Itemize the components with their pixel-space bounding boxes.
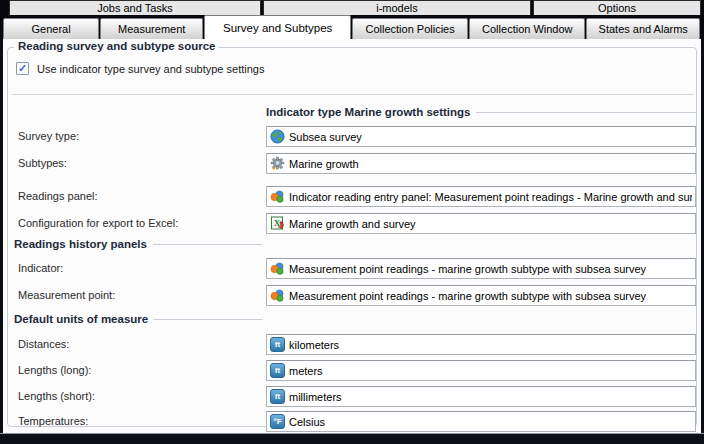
subtypes-field[interactable]: Marine growth [266,153,696,174]
section-rule [154,319,262,320]
readings-panel-label: Readings panel: [18,190,98,202]
temperatures-field[interactable]: °F Celsius [266,411,696,432]
distances-value: kilometers [289,339,339,351]
lengths-short-label: Lengths (short): [18,390,95,402]
reading-survey-groupbox: Reading survey and subtype source ✓ Use … [7,47,697,427]
section-title: Default units of measure [14,313,148,325]
tab-jobs-and-tasks[interactable]: Jobs and Tasks [9,0,261,15]
settings-dialog: Jobs and Tasks i-models Options General … [0,0,704,444]
globe-icon [270,129,285,144]
lengths-long-value: meters [289,365,323,377]
section-title: Readings history panels [14,238,147,250]
excel-config-label: Configuration for export to Excel: [18,217,178,229]
distances-field[interactable]: ft kilometers [266,334,696,355]
tab-general[interactable]: General [3,18,99,39]
lengths-long-field[interactable]: ft meters [266,360,696,381]
tab-options[interactable]: Options [533,0,701,15]
tab-content-survey-and-subtypes: Reading survey and subtype source ✓ Use … [3,39,701,433]
row-measurement-point: Measurement point: Measurement point rea… [8,285,696,306]
measurement-point-value: Measurement point readings - marine grow… [289,290,646,302]
survey-type-label: Survey type: [18,130,79,142]
spheres-icon [270,288,285,303]
readings-panel-value: Indicator reading entry panel: Measureme… [289,191,692,203]
separator-line [12,94,694,95]
readings-panel-field[interactable]: Indicator reading entry panel: Measureme… [266,186,696,207]
main-tab-bar: General Measurement Survey and Subtypes … [0,15,704,39]
excel-config-value: Marine growth and survey [289,218,416,230]
section-indicator-type-settings: Indicator type Marine growth settings [266,106,696,118]
tab-i-models[interactable]: i-models [263,0,531,15]
row-lengths-short: Lengths (short): ft millimeters [8,386,696,407]
temperature-unit-icon: °F [270,414,285,429]
measurement-point-label: Measurement point: [18,289,115,301]
survey-type-field[interactable]: Subsea survey [266,126,696,147]
excel-config-field[interactable]: X Marine growth and survey [266,213,696,234]
lengths-short-field[interactable]: ft millimeters [266,386,696,407]
tab-collection-window[interactable]: Collection Window [469,18,585,39]
temperatures-value: Celsius [289,416,325,428]
temperatures-label: Temperatures: [18,415,88,427]
subtypes-label: Subtypes: [18,157,67,169]
length-unit-icon: ft [270,337,285,352]
row-excel-config: Configuration for export to Excel: X Mar… [8,213,696,234]
use-indicator-type-checkbox[interactable]: ✓ [16,62,29,75]
row-indicator: Indicator: Measurement point readings - … [8,258,696,279]
section-title: Indicator type Marine growth settings [266,106,470,118]
row-readings-panel: Readings panel: Indicator reading entry … [8,186,696,207]
section-rule [476,112,696,113]
group-title: Reading survey and subtype source [14,40,219,52]
indicator-value: Measurement point readings - marine grow… [289,263,646,275]
lengths-short-value: millimeters [289,391,342,403]
length-unit-icon: ft [270,363,285,378]
lengths-long-label: Lengths (long): [18,364,91,376]
section-rule [153,244,262,245]
row-distances: Distances: ft kilometers [8,334,696,355]
top-tab-bar: Jobs and Tasks i-models Options [0,0,704,15]
tab-measurement[interactable]: Measurement [100,18,203,39]
length-unit-icon: ft [270,389,285,404]
row-subtypes: Subtypes: [8,153,696,174]
measurement-point-field[interactable]: Measurement point readings - marine grow… [266,285,696,306]
spheres-icon [270,189,285,204]
indicator-field[interactable]: Measurement point readings - marine grow… [266,258,696,279]
row-survey-type: Survey type: Subsea survey [8,126,696,147]
row-lengths-long: Lengths (long): ft meters [8,360,696,381]
row-temperatures: Temperatures: °F Celsius [8,411,696,432]
subtypes-value: Marine growth [289,158,359,170]
survey-type-value: Subsea survey [289,131,362,143]
section-readings-history: Readings history panels [14,238,262,250]
spheres-icon [270,261,285,276]
indicator-label: Indicator: [18,262,63,274]
checkbox-label: Use indicator type survey and subtype se… [37,63,264,75]
section-default-units: Default units of measure [14,313,262,325]
excel-export-icon: X [270,216,285,231]
window-bottom-edge [0,433,704,444]
tab-survey-and-subtypes[interactable]: Survey and Subtypes [204,15,351,39]
tab-states-and-alarms[interactable]: States and Alarms [586,18,700,39]
gear-icon [270,156,285,171]
distances-label: Distances: [18,338,69,350]
tab-collection-policies[interactable]: Collection Policies [352,18,468,39]
